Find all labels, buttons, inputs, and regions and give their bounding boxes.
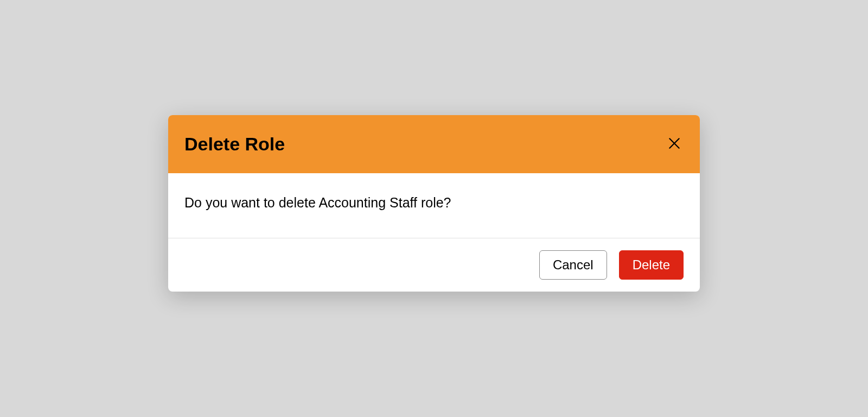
cancel-button[interactable]: Cancel [539,250,607,280]
delete-role-modal: Delete Role Do you want to delete Accoun… [168,115,700,292]
close-icon [667,136,681,152]
close-button[interactable] [665,134,684,154]
modal-body: Do you want to delete Accounting Staff r… [168,173,700,238]
modal-header: Delete Role [168,115,700,173]
modal-footer: Cancel Delete [168,238,700,292]
delete-button[interactable]: Delete [619,250,684,280]
modal-message: Do you want to delete Accounting Staff r… [184,195,684,211]
modal-title: Delete Role [184,134,285,155]
